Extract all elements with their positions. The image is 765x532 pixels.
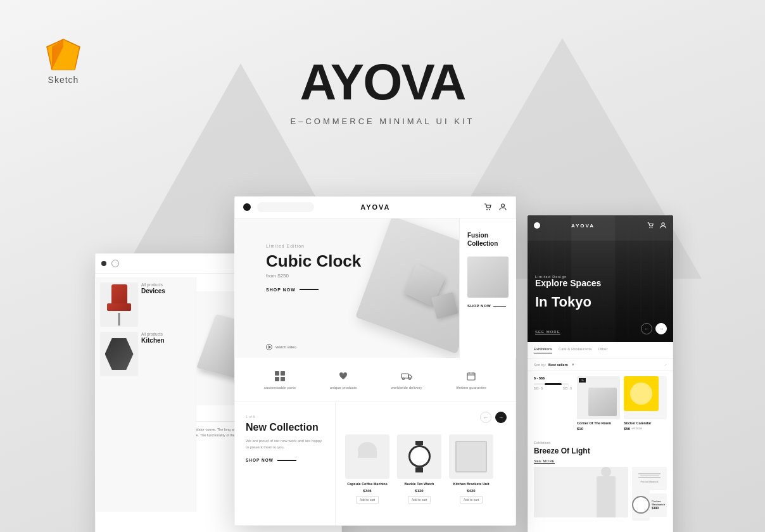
svg-point-17 (652, 227, 653, 229)
hero-shop-now-button[interactable]: SHOP NOW (266, 288, 361, 292)
center-search-bar[interactable] (257, 202, 314, 212)
dark-user-icon[interactable] (659, 222, 667, 229)
kitchen-product-price: $420 (467, 489, 475, 493)
price-values: $33 - $ $55 - $ (534, 387, 572, 390)
printed-material-card[interactable]: Printed Material (632, 467, 667, 490)
svg-point-16 (649, 227, 650, 229)
categories-section: Exhibitions Cafe & Restaurants Other (528, 342, 673, 359)
dark-prev-button[interactable]: ← (641, 323, 652, 334)
collection-shop-now-button[interactable]: SHOP NOW (246, 458, 324, 462)
svg-point-10 (402, 378, 404, 380)
listing-card-sticker[interactable]: Sticker Calendar $50 +4 more (624, 376, 667, 431)
exhibitions-section: Exhibitions Breeze Of Light SEE MORE (528, 436, 673, 522)
cuckoo-wristwatch-card[interactable]: Cuckoo Wristwatch $190 (632, 493, 667, 517)
cart-icon[interactable] (483, 203, 492, 212)
product-card-watch: Buckle Ten Watch $120 Add to cart (397, 434, 441, 504)
feature-guarantee: lifetime guarantee (456, 370, 486, 390)
hero-section: Limited Edition Cubic Clock from $250 SH… (234, 218, 516, 358)
devices-info: All products Devices (141, 282, 165, 327)
sort-arrow-icon: ▾ (572, 362, 574, 367)
listing-card-corner[interactable]: -% Corner Of The Room $10 (577, 376, 620, 431)
person-figure (597, 476, 616, 517)
dark-next-button[interactable]: → (655, 323, 667, 334)
sticker-calendar-img (624, 376, 667, 419)
sticker-inner (630, 383, 652, 405)
play-icon (266, 344, 272, 350)
sort-bar: Sort by: Best sellers ▾ ✓ (528, 359, 673, 371)
features-bar: customisable parts unique products (234, 358, 516, 402)
in-tokyo-text: In Tokyo (535, 294, 591, 310)
collection-title: New Collection (246, 421, 324, 433)
see-more-link[interactable]: SEE MORE (535, 324, 560, 336)
hex-icon (105, 338, 134, 370)
exhibition-grid: Printed Material Cuckoo Wristwatch $190 (534, 467, 667, 517)
product-card-coffee: Capsule Coffee Machine $346 Add to cart (345, 434, 389, 504)
hero-title: Cubic Clock (266, 252, 361, 270)
hero-limited-edition: Limited Edition (266, 244, 361, 248)
watch-product-name: Buckle Ten Watch (405, 482, 434, 486)
kitchen-add-to-cart-button[interactable]: Add to cart (460, 496, 483, 504)
kitchen-info: All products Kitchen (141, 332, 165, 376)
product-card-kitchen: Kitchen Brackets Unit $420 Add to cart (449, 434, 493, 504)
coffee-add-to-cart-button[interactable]: Add to cart (356, 496, 379, 504)
heart-icon (337, 370, 350, 383)
dark-nav-arrows: ← → (641, 323, 667, 334)
breeze-title: Breeze Of Light (534, 446, 667, 455)
fusion-shop-now-button[interactable]: SHOP NOW (467, 304, 509, 308)
watch-img (397, 434, 441, 479)
dark-nav-icons (647, 222, 667, 229)
wristwatch-icon (632, 489, 650, 521)
carousel-prev-button[interactable]: ← (480, 412, 491, 423)
sticker-price: $50 (624, 427, 630, 431)
watch-face-icon (632, 496, 650, 514)
fusion-sidebar: Fusion Collection SHOP NOW (459, 218, 516, 358)
calendar-icon (465, 370, 477, 383)
hero-content: Limited Edition Cubic Clock from $250 SH… (266, 244, 361, 292)
nav-dot (101, 261, 106, 266)
carousel-nav: ← → (480, 412, 507, 423)
dark-nav-dot (534, 222, 540, 229)
svg-point-11 (408, 378, 410, 380)
corner-room-img: -% (577, 376, 620, 419)
main-subtitle: E–COMMERCE MINIMAL UI KIT (0, 117, 765, 126)
dark-cart-icon[interactable] (647, 222, 654, 229)
cat-tab-cafes[interactable]: Cafe & Restaurants (559, 347, 591, 353)
user-icon[interactable] (498, 203, 507, 212)
product-listing: $ - $$$ $33 - $ $55 - $ -% Corner Of The… (528, 371, 673, 436)
grid-icon (274, 370, 286, 383)
coffee-machine-img (345, 434, 389, 479)
fusion-image (467, 256, 509, 298)
price-filter-title: $ - $$$ (534, 376, 572, 380)
main-logo-text: AYOVA (0, 57, 765, 108)
coffee-machine-icon (351, 439, 383, 474)
screens-container: AYOVA Home / Cubic Clock Cubic Clock ⟳ 3… (0, 177, 765, 532)
fusion-title: Fusion Collection (467, 231, 509, 248)
collection-info: 1 of 5 New Collection We are proud of ou… (234, 402, 336, 526)
person-head (601, 467, 611, 477)
exhibitions-see-more-link[interactable]: SEE MORE (534, 459, 667, 463)
feature-unique: unique products (330, 370, 357, 390)
exhibition-main-card[interactable] (534, 467, 628, 517)
exhibitions-label: Exhibitions (534, 441, 667, 445)
price-range-bar (534, 383, 569, 385)
carousel-next-button[interactable]: → (495, 412, 507, 423)
bracket-icon (455, 441, 487, 472)
more-badge: +4 more (631, 427, 642, 430)
categories-tabs: Exhibitions Cafe & Restaurants Other (534, 347, 667, 353)
feature-delivery: worldwide delivery (391, 370, 422, 390)
kitchen-product-name: Kitchen Brackets Unit (453, 482, 489, 486)
explore-title: Explore Spaces (535, 279, 601, 288)
hero-watch-video-button[interactable]: Watch video (266, 344, 296, 350)
nav-menu-dot[interactable] (243, 203, 251, 211)
svg-rect-9 (401, 374, 408, 378)
dark-nav: AYOVA (528, 215, 673, 236)
cat-tab-exhibitions[interactable]: Exhibitions (534, 347, 552, 353)
collection-count: 1 of 5 (246, 415, 324, 419)
watch-add-to-cart-button[interactable]: Add to cart (408, 496, 431, 504)
search-icon[interactable] (111, 260, 119, 267)
cat-tab-other[interactable]: Other (598, 347, 607, 353)
new-collection-section: 1 of 5 New Collection We are proud of ou… (234, 402, 516, 526)
fusion-line-icon (493, 306, 506, 307)
price-range-fill (545, 383, 562, 385)
center-top-nav: AYOVA (234, 196, 516, 218)
